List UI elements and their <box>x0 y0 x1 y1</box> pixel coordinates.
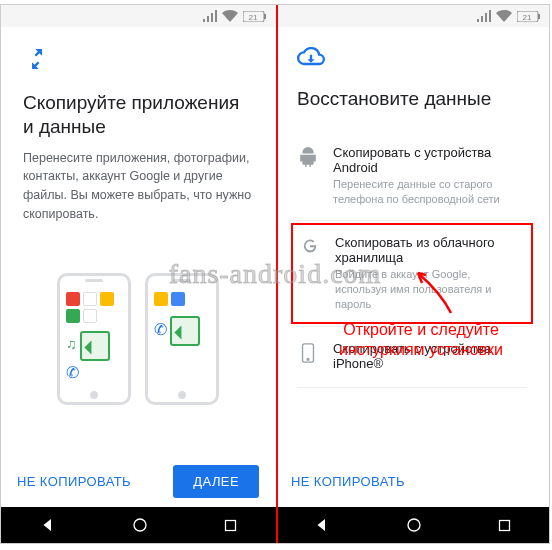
annotation-arrow <box>406 263 466 323</box>
svg-rect-1 <box>264 14 266 19</box>
signal-icon <box>203 10 217 22</box>
recents-icon[interactable] <box>223 518 238 533</box>
option-title: Скопировать из облачного хранилища <box>335 235 525 265</box>
option-android[interactable]: Скопировать с устройства Android Перенес… <box>297 133 527 219</box>
recents-icon[interactable] <box>497 518 512 533</box>
cloud-download-icon <box>297 45 527 73</box>
divider <box>297 387 527 388</box>
back-icon[interactable] <box>39 516 57 534</box>
svg-point-11 <box>307 358 309 360</box>
svg-point-12 <box>408 519 420 531</box>
bottom-bar: НЕ КОПИРОВАТЬ <box>275 455 549 507</box>
home-icon[interactable] <box>132 517 148 533</box>
status-bar: 21 <box>1 5 275 27</box>
page-title: Восстановите данные <box>297 87 527 111</box>
google-icon <box>299 237 321 255</box>
android-nav-bar <box>275 507 549 543</box>
svg-rect-6 <box>538 14 540 19</box>
home-icon[interactable] <box>406 517 422 533</box>
wifi-icon <box>496 10 512 22</box>
skip-button[interactable]: НЕ КОПИРОВАТЬ <box>17 474 131 489</box>
phones-illustration: ♫ ✆ ✆ <box>23 234 253 446</box>
screen-divider <box>276 5 278 543</box>
battery-icon: 21 <box>243 11 267 22</box>
option-subtitle: Перенесите данные со старого телефона по… <box>333 177 523 207</box>
svg-text:21: 21 <box>523 12 532 21</box>
back-icon[interactable] <box>313 516 331 534</box>
signal-icon <box>477 10 491 22</box>
annotation-text: Откройте и следуйте инстуркиям установки <box>311 320 531 360</box>
svg-rect-4 <box>225 520 235 530</box>
option-title: Скопировать с устройства Android <box>333 145 523 175</box>
page-title: Скопируйте приложения и данные <box>23 91 253 139</box>
next-button[interactable]: ДАЛЕЕ <box>173 465 259 498</box>
android-nav-bar <box>1 507 275 543</box>
svg-text:21: 21 <box>249 12 258 21</box>
svg-rect-13 <box>499 520 509 530</box>
screen-copy-apps: 21 Скопируйте приложения и данные Перене… <box>1 5 275 543</box>
svg-point-3 <box>134 519 146 531</box>
wifi-icon <box>222 10 238 22</box>
divider <box>297 220 527 221</box>
battery-icon: 21 <box>517 11 541 22</box>
page-subtitle: Перенесите приложения, фотографии, конта… <box>23 149 253 224</box>
transfer-icon <box>23 45 253 77</box>
status-bar: 21 <box>275 5 549 27</box>
skip-button[interactable]: НЕ КОПИРОВАТЬ <box>291 474 405 489</box>
bottom-bar: НЕ КОПИРОВАТЬ ДАЛЕЕ <box>1 455 275 507</box>
android-icon <box>297 147 319 167</box>
